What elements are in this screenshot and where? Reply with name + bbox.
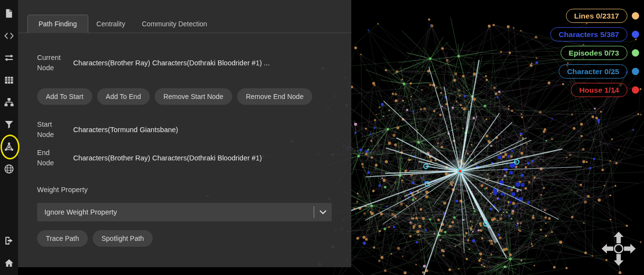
code-icon (4, 31, 14, 41)
add-to-end-button[interactable]: Add To End (97, 88, 150, 105)
tab-centrality[interactable]: Centrality (88, 15, 134, 33)
tab-community-detection[interactable]: Community Detection (134, 15, 216, 33)
legend-color-dot (632, 86, 639, 94)
spotlight-path-button[interactable]: Spotlight Path (93, 230, 153, 247)
legend-badge-lines[interactable]: Lines 0/2317 (566, 9, 627, 23)
tab-bar: Path FindingCentralityCommunity Detectio… (18, 14, 351, 33)
panel-body: Current Node Characters(Brother Ray) Cha… (18, 53, 351, 247)
add-to-start-button[interactable]: Add To Start (37, 88, 92, 105)
sidebar (0, 0, 18, 275)
legend-row: Lines 0/2317 (566, 9, 639, 23)
start-node-label: Start Node (37, 119, 68, 140)
sign-out-icon (4, 236, 14, 246)
pan-center-button[interactable] (615, 245, 623, 253)
legend-row: Episodes 0/73 (561, 46, 639, 60)
legend-badge-character[interactable]: Character 0/25 (559, 64, 627, 79)
legend-color-dot (632, 49, 639, 57)
action-button-row: Trace PathSpotlight Path (37, 230, 332, 247)
legend-color-dot (632, 31, 639, 38)
tab-path-finding[interactable]: Path Finding (27, 15, 88, 33)
pan-up-arrow[interactable] (614, 232, 624, 243)
table-icon (4, 75, 14, 85)
document-icon (4, 8, 14, 19)
end-node-label: End Node (37, 148, 68, 168)
hierarchy-icon (4, 97, 14, 107)
remove-start-node-button[interactable]: Remove Start Node (155, 88, 232, 105)
sidebar-item-code[interactable] (0, 25, 18, 47)
legend-color-dot (632, 68, 639, 75)
chevron-down-icon[interactable] (314, 210, 332, 215)
legend-row: Characters 5/387 (550, 27, 639, 41)
legend-row: Character 0/25 (559, 64, 639, 79)
legend: Lines 0/2317Characters 5/387Episodes 0/7… (550, 9, 639, 97)
filter-icon (4, 119, 14, 130)
sidebar-item-globe[interactable] (0, 158, 18, 180)
network-analysis-icon (4, 141, 14, 152)
swap-arrows-icon (4, 53, 14, 63)
end-node-value: Characters(Brother Ray) Characters(Dothr… (73, 153, 262, 163)
pan-left-arrow[interactable] (602, 244, 613, 254)
trace-path-button[interactable]: Trace Path (37, 230, 88, 247)
start-node-value: Characters(Tormund Giantsbane) (73, 125, 178, 135)
current-node-value: Characters(Brother Ray) Characters(Dothr… (73, 58, 270, 68)
legend-badge-house[interactable]: House 1/14 (571, 83, 627, 97)
current-node-row: Current Node Characters(Brother Ray) Cha… (37, 53, 332, 73)
sidebar-item-swap-arrows[interactable] (0, 47, 18, 69)
current-node-label: Current Node (37, 53, 68, 73)
sidebar-item-table[interactable] (0, 69, 18, 92)
sidebar-item-home[interactable] (0, 252, 18, 275)
sidebar-item-filter[interactable] (0, 114, 18, 136)
legend-color-dot (632, 12, 639, 20)
start-node-row: Start Node Characters(Tormund Giantsbane… (37, 119, 332, 140)
home-icon (4, 258, 14, 268)
legend-row: House 1/14 (571, 83, 639, 97)
globe-icon (4, 164, 14, 174)
sidebar-item-network-analysis[interactable] (0, 136, 18, 158)
sidebar-item-sign-out[interactable] (0, 230, 18, 252)
end-node-row: End Node Characters(Brother Ray) Charact… (37, 148, 332, 168)
legend-badge-episodes[interactable]: Episodes 0/73 (561, 46, 627, 60)
path-finding-panel: Path FindingCentralityCommunity Detectio… (18, 0, 351, 267)
weight-property-selected-value: Ignore Weight Property (37, 208, 314, 216)
pan-control (601, 229, 636, 268)
weight-property-label: Weight Property (37, 186, 332, 194)
node-button-row: Add To StartAdd To EndRemove Start NodeR… (37, 88, 332, 105)
weight-property-select[interactable]: Ignore Weight Property (37, 203, 332, 221)
sidebar-item-hierarchy[interactable] (0, 91, 18, 114)
sidebar-item-document[interactable] (0, 2, 18, 25)
pan-right-arrow[interactable] (624, 244, 636, 254)
legend-badge-characters[interactable]: Characters 5/387 (550, 27, 627, 41)
remove-end-node-button[interactable]: Remove End Node (237, 88, 312, 105)
pan-down-arrow[interactable] (614, 254, 624, 266)
